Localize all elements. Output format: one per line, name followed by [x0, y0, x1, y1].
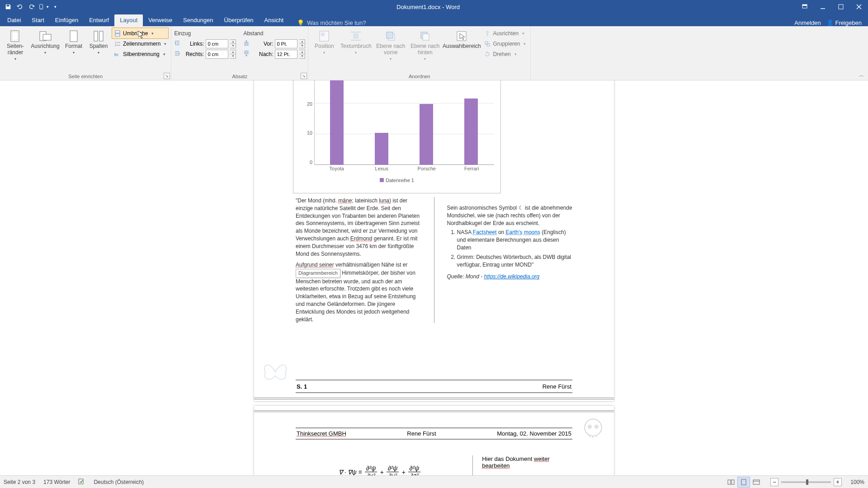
paragraph-2[interactable]: Aufgrund seiner verhältnismäßigen Nähe i…	[296, 261, 421, 323]
zoom-slider-thumb[interactable]	[806, 479, 808, 485]
send-backward-button[interactable]: Ebene nach hinten▾	[409, 28, 441, 62]
chart-plot-area: 30 20 10 0 Toyota Lexus Porsche	[298, 80, 496, 175]
spinner-buttons[interactable]: ▲▼	[230, 50, 236, 59]
columns-button[interactable]: Spalten▾	[87, 28, 110, 56]
indent-left-field[interactable]: Links: 0 cm ▲▼	[174, 38, 236, 49]
spacing-before-field[interactable]: Vor: 0 Pt. ▲▼	[243, 38, 305, 49]
size-button[interactable]: Format▾	[62, 28, 85, 56]
line-numbers-icon: 12	[114, 40, 121, 47]
tab-start[interactable]: Start	[26, 14, 49, 26]
ribbon-tabs: Datei Start Einfügen Entwurf Layout Verw…	[0, 14, 868, 26]
column-right[interactable]: Sein astronomisches Symbol ☾ ist die abn…	[447, 197, 573, 323]
paragraph-launcher[interactable]: ↘	[301, 73, 307, 79]
tab-datei[interactable]: Datei	[2, 14, 26, 26]
minimize-icon[interactable]	[814, 0, 832, 14]
header-company: Thinksecret GMBH	[297, 430, 346, 437]
bring-forward-icon	[383, 29, 398, 43]
svg-rect-37	[353, 33, 359, 39]
bring-forward-button[interactable]: Ebene nach vorne▾	[374, 28, 407, 62]
ribbon-display-icon[interactable]	[796, 0, 814, 14]
column-left[interactable]: "Der Mond (mhd. mâne; lateinisch luna) i…	[296, 197, 421, 323]
document-canvas[interactable]: 30 20 10 0 Toyota Lexus Porsche	[0, 80, 868, 475]
status-words[interactable]: 173 Wörter	[43, 479, 70, 485]
read-mode-icon[interactable]	[725, 477, 737, 487]
save-icon[interactable]	[3, 1, 14, 12]
rotate-button[interactable]: Drehen▾	[482, 49, 528, 59]
column-separator	[434, 197, 434, 323]
tell-me-search[interactable]: 💡 Was möchten Sie tun?	[297, 19, 366, 26]
spacing-heading: Abstand	[243, 28, 305, 38]
chart-object[interactable]: 30 20 10 0 Toyota Lexus Porsche	[293, 80, 501, 193]
group-page-setup: Seiten-ränder▾ Ausrichtung▾ Format▾ Spal…	[0, 26, 171, 80]
svg-point-51	[588, 425, 592, 429]
group-label-paragraph: Absatz	[174, 73, 305, 80]
close-icon[interactable]	[850, 0, 868, 14]
chart-y-axis: 30 20 10 0	[298, 80, 312, 165]
source-list[interactable]: NASA Factsheet on Earth's moons (Englisc…	[447, 229, 573, 268]
print-layout-icon[interactable]	[738, 477, 750, 487]
group-button[interactable]: Gruppieren▾	[482, 38, 528, 49]
paragraph-1[interactable]: "Der Mond (mhd. mâne; lateinisch luna) i…	[296, 197, 421, 258]
tab-ansicht[interactable]: Ansicht	[259, 14, 289, 26]
group-icon	[484, 40, 491, 47]
page-setup-launcher[interactable]: ↘	[164, 73, 170, 79]
selection-pane-icon	[454, 29, 469, 43]
share-button[interactable]: 👤 Freigeben	[826, 19, 862, 26]
skull-graphic-icon	[580, 416, 607, 443]
window-title: Dokument1.docx - Word	[61, 4, 796, 10]
hyphenation-button[interactable]: bc Silbentrennung▾	[112, 49, 168, 59]
undo-icon[interactable]	[14, 1, 25, 12]
page-size-icon	[66, 29, 81, 43]
redo-icon[interactable]	[26, 1, 37, 12]
orientation-button[interactable]: Ausrichtung▾	[30, 28, 61, 56]
spinner-buttons[interactable]: ▲▼	[299, 39, 305, 48]
col2-intro[interactable]: Sein astronomisches Symbol ☾ ist die abn…	[447, 204, 573, 227]
selection-pane-button[interactable]: Auswahlbereich	[443, 28, 480, 51]
chart-bar	[375, 133, 388, 165]
signin-link[interactable]: Anmelden	[794, 19, 821, 26]
indent-left-icon	[174, 40, 180, 47]
svg-rect-15	[115, 31, 120, 33]
zoom-in-button[interactable]: +	[834, 478, 842, 486]
spacing-after-icon	[243, 50, 250, 58]
line-numbers-button[interactable]: 12 Zeilennummern▾	[112, 38, 168, 49]
source-line[interactable]: Quelle: Mond - https://de.wikipedia.org	[447, 273, 573, 281]
breaks-button[interactable]: Umbrüche▾	[112, 28, 168, 38]
source-link[interactable]: https://de.wikipedia.org	[484, 273, 540, 280]
group-label-arrange: Anordnen	[311, 73, 528, 80]
tab-layout[interactable]: Layout	[114, 14, 143, 26]
web-layout-icon[interactable]	[750, 477, 762, 487]
status-page[interactable]: Seite 2 von 3	[4, 479, 35, 485]
zoom-slider-track[interactable]	[781, 481, 831, 483]
position-button[interactable]: Position▾	[311, 28, 337, 56]
collapse-ribbon-icon[interactable]: ︿	[859, 71, 864, 79]
chart-legend: Datenreihe 1	[298, 175, 496, 183]
svg-rect-56	[741, 479, 746, 485]
tab-sendungen[interactable]: Sendungen	[178, 14, 219, 26]
maximize-icon[interactable]	[832, 0, 850, 14]
spacing-before-icon	[243, 40, 250, 47]
qat-customize-icon[interactable]: ▾	[50, 1, 61, 12]
page2-sidebar[interactable]: Hier das Dokument weiter bearbeiten	[482, 455, 572, 475]
align-button[interactable]: Ausrichten▾	[482, 28, 528, 38]
svg-rect-57	[753, 480, 760, 484]
proofing-icon[interactable]	[78, 478, 85, 486]
margins-button[interactable]: Seiten-ränder▾	[3, 28, 28, 62]
indent-right-field[interactable]: Rechts: 0 cm ▲▼	[174, 49, 236, 59]
touch-mode-icon[interactable]: ▾	[38, 1, 49, 12]
spinner-buttons[interactable]: ▲▼	[299, 50, 305, 59]
zoom-control: − + 100%	[770, 478, 864, 486]
tab-verweise[interactable]: Verweise	[143, 14, 178, 26]
tab-ueberpruefen[interactable]: Überprüfen	[219, 14, 259, 26]
zoom-level[interactable]: 100%	[844, 479, 864, 485]
tab-entwurf[interactable]: Entwurf	[84, 14, 114, 26]
wrap-text-button[interactable]: Textumbruch▾	[339, 28, 373, 56]
title-bar: ▾ ▾ Dokument1.docx - Word	[0, 0, 868, 14]
spacing-after-field[interactable]: Nach: 12 Pt. ▲▼	[243, 49, 305, 59]
status-language[interactable]: Deutsch (Österreich)	[94, 479, 144, 485]
zoom-out-button[interactable]: −	[770, 478, 778, 486]
equation-block[interactable]: ∇ · ∇ψ = ∂²ψ∂x² + ∂²ψ∂y² + ∂²ψ∂z² = 1 ≅r…	[296, 455, 463, 475]
chart-bar	[420, 104, 433, 165]
tab-einfuegen[interactable]: Einfügen	[50, 14, 84, 26]
spinner-buttons[interactable]: ▲▼	[230, 39, 236, 48]
